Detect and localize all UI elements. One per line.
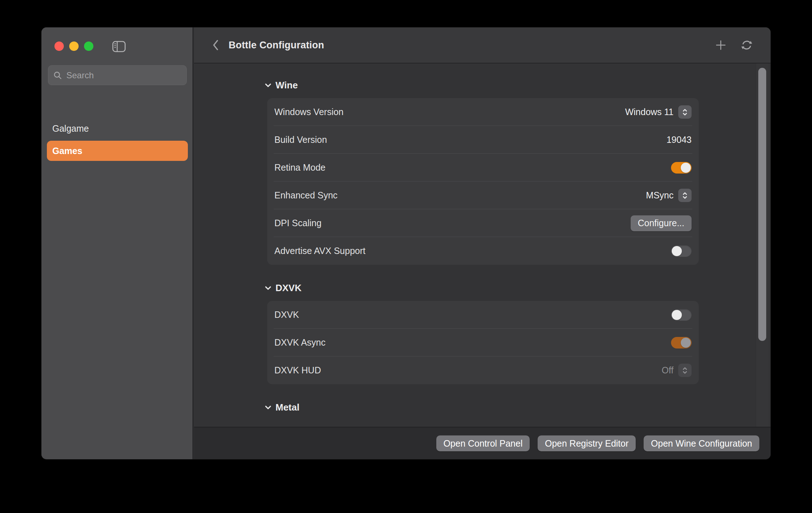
row-label: DXVK <box>274 310 299 320</box>
settings-row-dxvk-async: DXVK Async <box>267 329 699 356</box>
toggle-knob <box>681 163 691 173</box>
chevron-left-icon <box>212 40 219 51</box>
chevron-down-icon <box>265 405 271 409</box>
dxvk-settings-card: DXVK DXVK Async DXVK HUD Off <box>267 301 699 384</box>
build-version-value: 19043 <box>666 135 692 145</box>
settings-row-dxvk-hud: DXVK HUD Off <box>267 356 699 384</box>
footer-bar: Open Control Panel Open Registry Editor … <box>194 427 771 459</box>
refresh-button[interactable] <box>739 37 755 53</box>
row-label: DXVK Async <box>274 337 326 348</box>
settings-row-windows-version: Windows Version Windows 11 <box>267 98 699 126</box>
settings-row-build-version: Build Version 19043 <box>267 126 699 154</box>
row-label: DPI Scaling <box>274 218 322 228</box>
up-down-chevrons-icon <box>682 192 688 200</box>
add-shortcut-button[interactable] <box>713 37 729 53</box>
search-icon <box>53 71 62 80</box>
section-header-metal[interactable]: Metal <box>265 401 771 414</box>
section-header-wine[interactable]: Wine <box>265 79 771 92</box>
enhanced-sync-value: MSync <box>646 190 674 201</box>
section-title: Metal <box>275 402 299 413</box>
section-title: Wine <box>275 80 298 91</box>
dxvk-hud-value: Off <box>662 365 674 376</box>
chevron-down-icon <box>265 83 271 87</box>
scrollbar-track[interactable] <box>756 63 769 427</box>
back-button[interactable] <box>208 36 223 54</box>
header-bar: Bottle Configuration <box>194 27 771 63</box>
enhanced-sync-stepper[interactable] <box>678 189 692 202</box>
row-label: Windows Version <box>274 107 344 117</box>
minimize-button[interactable] <box>69 41 79 51</box>
close-button[interactable] <box>54 41 64 51</box>
toggle-knob <box>672 246 682 256</box>
dpi-configure-button[interactable]: Configure... <box>631 215 692 231</box>
open-control-panel-button[interactable]: Open Control Panel <box>436 435 530 451</box>
sidebar-item-games[interactable]: Games <box>47 141 188 161</box>
windows-version-value: Windows 11 <box>625 107 674 117</box>
traffic-lights <box>54 41 93 51</box>
sidebar-list: Galgame Games <box>47 118 188 161</box>
open-registry-editor-button[interactable]: Open Registry Editor <box>538 435 636 451</box>
search-input[interactable] <box>66 70 181 80</box>
up-down-chevrons-icon <box>682 108 688 116</box>
settings-row-advertise-avx: Advertise AVX Support <box>267 237 699 265</box>
sidebar-item-label: Galgame <box>52 123 89 134</box>
row-label: Build Version <box>274 135 327 145</box>
sidebar-toggle-icon <box>112 41 126 52</box>
dxvk-async-toggle <box>671 337 692 348</box>
open-wine-configuration-button[interactable]: Open Wine Configuration <box>644 435 759 451</box>
page-title: Bottle Configuration <box>229 40 324 51</box>
chevron-down-icon <box>265 286 271 290</box>
settings-row-dpi-scaling: DPI Scaling Configure... <box>267 209 699 237</box>
refresh-icon <box>741 39 753 51</box>
row-label: Retina Mode <box>274 162 326 173</box>
dxvk-hud-stepper <box>678 364 692 377</box>
up-down-chevrons-icon <box>682 367 688 374</box>
app-window: Galgame Games Bottle Configuration <box>41 27 771 459</box>
section-title: DXVK <box>275 282 301 294</box>
zoom-button[interactable] <box>84 41 93 51</box>
advertise-avx-toggle[interactable] <box>671 245 692 257</box>
toggle-knob <box>672 310 682 320</box>
sidebar-toggle-button[interactable] <box>112 41 126 52</box>
settings-scroll-area: Wine Windows Version Windows 11 Build Ve… <box>194 63 771 427</box>
toggle-knob <box>681 338 691 348</box>
settings-row-retina-mode: Retina Mode <box>267 154 699 181</box>
settings-row-enhanced-sync: Enhanced Sync MSync <box>267 181 699 209</box>
wine-settings-card: Windows Version Windows 11 Build Version… <box>267 98 699 265</box>
sidebar-item-galgame[interactable]: Galgame <box>47 118 188 139</box>
plus-icon <box>715 40 726 51</box>
windows-version-stepper[interactable] <box>678 105 692 119</box>
main-panel: Bottle Configuration Wine <box>194 27 771 459</box>
search-field[interactable] <box>48 65 187 85</box>
retina-mode-toggle[interactable] <box>671 162 692 174</box>
row-label: DXVK HUD <box>274 365 321 376</box>
scrollbar-thumb[interactable] <box>758 68 766 341</box>
sidebar-item-label: Games <box>52 146 82 156</box>
row-label: Enhanced Sync <box>274 190 337 201</box>
settings-row-dxvk: DXVK <box>267 301 699 329</box>
dxvk-toggle[interactable] <box>671 309 692 321</box>
section-header-dxvk[interactable]: DXVK <box>265 281 771 294</box>
row-label: Advertise AVX Support <box>274 246 365 256</box>
sidebar: Galgame Games <box>41 27 193 459</box>
